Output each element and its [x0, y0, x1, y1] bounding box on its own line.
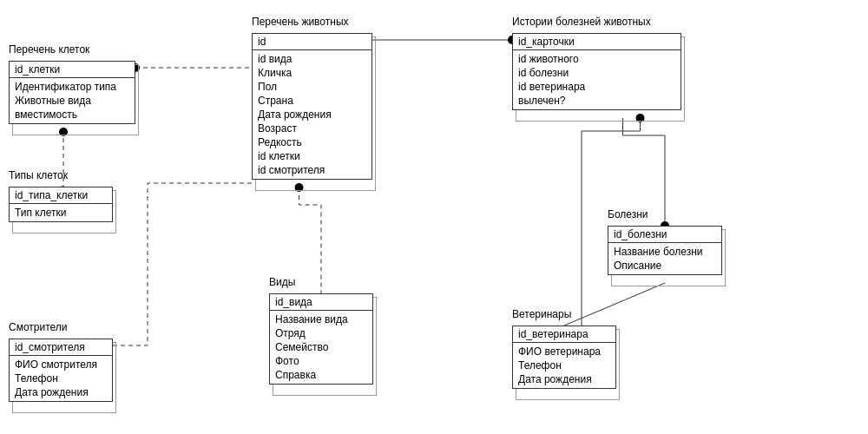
bolezni-body-field-0: Название болезни [614, 245, 716, 259]
istorii_bolezney-header-field-0: id_карточки [513, 34, 681, 50]
vidy-body-field-0: Название вида [275, 312, 367, 326]
vidy-body-field-3: Фото [275, 354, 367, 368]
veterinary-body-field-1: Телефон [518, 358, 610, 372]
perechen_kletok-body-field-0: Идентификатор типа [15, 80, 129, 94]
smotritely-title: Смотрители [9, 321, 68, 333]
smotritely-body-field-1: Телефон [15, 372, 107, 385]
veterinary-header-field-0: id_ветеринара [513, 326, 615, 343]
tipy_kletok-body-field-0: Тип клетки [15, 206, 107, 220]
perechen_zhivotnyh-body-field-1: Кличка [258, 66, 366, 80]
bolezni-title: Болезни [608, 208, 648, 220]
vidy-box: id_видаНазвание видаОтрядСемействоФотоСп… [269, 293, 373, 385]
perechen_kletok-title: Перечень клеток [9, 43, 89, 56]
perechen_zhivotnyh-body-field-4: Дата рождения [258, 108, 366, 122]
istorii_bolezney-title: Истории болезней животных [512, 16, 651, 28]
svg-line-7 [564, 283, 665, 326]
veterinary-body-field-2: Дата рождения [518, 372, 610, 386]
perechen_zhivotnyh-header-field-0: id [253, 34, 372, 50]
perechen_kletok-box: id_клеткиИдентификатор типаЖивотные вида… [9, 61, 135, 124]
smotritely-body-field-0: ФИО смотрителя [15, 358, 107, 372]
smotritely-box: id_смотрителяФИО смотрителяТелефонДата р… [9, 339, 113, 402]
tipy_kletok-title: Типы клеток [9, 169, 68, 181]
vidy-body-field-1: Отряд [275, 326, 367, 340]
istorii_bolezney-body-field-1: id болезни [518, 66, 675, 80]
perechen_zhivotnyh-body-field-5: Возраст [258, 122, 366, 135]
veterinary-box: id_ветеринараФИО ветеринараТелефонДата р… [512, 326, 616, 389]
veterinary-title: Ветеринары [512, 308, 571, 320]
bolezni-body-field-1: Описание [614, 259, 716, 273]
smotritely-header-field-0: id_смотрителя [10, 339, 112, 356]
perechen_zhivotnyh-box: idid видаКличкаПолСтранаДата рожденияВоз… [252, 33, 372, 180]
smotritely-body-field-2: Дата рождения [15, 385, 107, 399]
perechen_kletok-body-field-1: Животные вида [15, 94, 129, 108]
bolezni-box: id_болезниНазвание болезниОписание [608, 226, 722, 275]
vidy-body-field-2: Семейство [275, 340, 367, 354]
perechen_kletok-header-field-0: id_клетки [10, 62, 135, 78]
tipy_kletok-box: id_типа_клеткиТип клетки [9, 187, 113, 222]
veterinary-body-field-0: ФИО ветеринара [518, 345, 610, 358]
istorii_bolezney-body-field-2: id ветеринара [518, 80, 675, 94]
perechen_zhivotnyh-body-field-3: Страна [258, 94, 366, 108]
istorii_bolezney-body-field-0: id животного [518, 52, 675, 66]
vidy-body-field-4: Справка [275, 368, 367, 382]
perechen_zhivotnyh-title: Перечень животных [252, 16, 349, 28]
istorii_bolezney-body-field-3: вылечен? [518, 94, 675, 108]
bolezni-header-field-0: id_болезни [608, 227, 721, 243]
tipy_kletok-header-field-0: id_типа_клетки [10, 187, 112, 204]
istorii_bolezney-box: id_карточкиid животногоid болезниid вете… [512, 33, 681, 110]
diagram-container: Перечень клетокid_клеткиИдентификатор ти… [0, 0, 868, 434]
perechen_zhivotnyh-body-field-2: Пол [258, 80, 366, 94]
perechen_zhivotnyh-body-field-8: id смотрителя [258, 163, 366, 177]
perechen_zhivotnyh-body-field-0: id вида [258, 52, 366, 66]
perechen_zhivotnyh-body-field-7: id клетки [258, 149, 366, 163]
perechen_zhivotnyh-body-field-6: Редкость [258, 135, 366, 149]
vidy-title: Виды [269, 276, 295, 288]
perechen_kletok-body-field-2: вместимость [15, 108, 129, 122]
vidy-header-field-0: id_вида [270, 294, 372, 311]
